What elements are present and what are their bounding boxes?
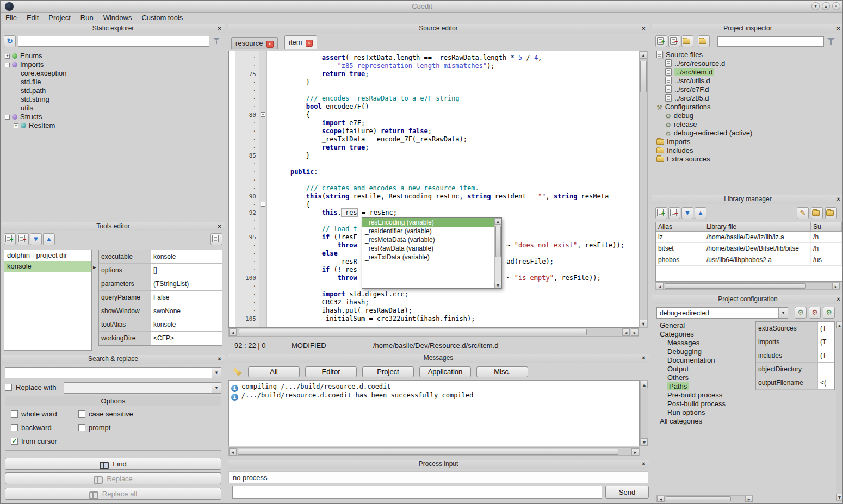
checkbox-case-sensitive[interactable] [78, 410, 85, 418]
tree-item[interactable]: Imports [654, 138, 841, 146]
library-folder-add-button[interactable] [825, 207, 837, 219]
tab-close-icon[interactable]: × [266, 41, 274, 48]
message-row[interactable]: icompiling /.../build/resource.d.coedit [229, 383, 639, 391]
scroll-up-icon[interactable]: ▲ [641, 381, 648, 388]
expander-icon[interactable]: + [14, 123, 18, 128]
scroll-down-icon[interactable]: ▼ [494, 282, 501, 288]
scroll-right-icon[interactable]: ▸ [832, 283, 840, 289]
code-line[interactable]: import e7F; [275, 119, 640, 127]
editor-tab-item[interactable]: item× [284, 35, 317, 49]
add-library-button[interactable] [655, 207, 667, 219]
property-value[interactable]: konsole [151, 250, 222, 263]
menu-item-windows[interactable]: Windows [98, 13, 137, 23]
tree-item[interactable]: Messages [656, 339, 747, 347]
refresh-button[interactable]: ↻ [4, 35, 16, 47]
close-icon[interactable]: × [216, 356, 223, 363]
scroll-left-icon[interactable]: ◂ [657, 496, 665, 502]
menu-item-edit[interactable]: Edit [22, 13, 44, 23]
tree-item[interactable]: ⚒Configurations [654, 103, 841, 111]
scroll-left-icon[interactable]: ◂ [229, 328, 237, 336]
tree-item[interactable]: ../src/resource.d [654, 59, 841, 68]
remove-tool-button[interactable] [17, 233, 29, 245]
add-configuration-button[interactable]: ⚙ [823, 307, 835, 319]
tree-item[interactable]: std.file [3, 78, 224, 86]
tree-item[interactable]: ../src/z85.d [654, 94, 841, 103]
property-row[interactable]: toolAliaskonsole [99, 318, 222, 332]
scroll-thumb[interactable] [665, 283, 806, 289]
property-value[interactable]: False [151, 291, 222, 304]
tree-item[interactable]: std.path [3, 86, 224, 95]
column-header[interactable]: Su [811, 222, 842, 231]
code-line[interactable]: "z85 representation length mismatches"); [275, 62, 640, 70]
editor-tab-resource[interactable]: resource× [231, 37, 278, 49]
code-line[interactable] [275, 176, 640, 184]
replace-term-combo[interactable]: ▾ [64, 382, 221, 394]
checkbox-from-cursor[interactable]: ✓ [11, 438, 18, 445]
scroll-up-icon[interactable]: ▲ [640, 51, 647, 59]
column-header[interactable]: Alias [656, 222, 704, 231]
completion-item[interactable]: _resEncoding (variable) [362, 218, 494, 227]
replace-button[interactable]: Replace [5, 472, 221, 484]
tree-item[interactable]: ⚙release [654, 120, 841, 129]
fold-collapse-icon[interactable]: − [261, 202, 265, 207]
tool-list-item[interactable]: konsole [4, 261, 91, 272]
filter-button-application[interactable]: Application [419, 366, 471, 377]
tree-item[interactable]: Others [656, 374, 747, 382]
open-folder-button[interactable] [698, 35, 710, 47]
filter-button-editor[interactable]: Editor [305, 366, 357, 377]
configuration-hscrollbar[interactable]: ◂ ▸ [656, 495, 753, 502]
chevron-down-icon[interactable]: ▾ [212, 368, 221, 378]
property-row[interactable]: objectDirectory [756, 363, 834, 376]
window-close-button[interactable]: × [832, 2, 840, 10]
code-line[interactable]: this._res = resEnc; [275, 209, 640, 217]
add-folder-button[interactable] [681, 35, 693, 47]
window-shade-button[interactable]: ▾ [811, 2, 820, 10]
tree-item[interactable]: General [656, 321, 747, 330]
scroll-up-icon[interactable]: ▲ [836, 322, 842, 328]
checkbox-prompt[interactable] [78, 424, 85, 431]
code-line[interactable]: } [275, 152, 640, 160]
scroll-right-icon[interactable]: ▸ [745, 496, 753, 502]
table-row[interactable]: iz/home/basile/Dev/Iz/lib/iz.a/h [656, 232, 842, 243]
line-number-gutter[interactable]: ··75····80····85····90·92··95····100····… [235, 51, 259, 327]
remove-library-button[interactable] [668, 207, 680, 219]
property-row[interactable]: parameters(TStringList) [99, 277, 222, 291]
column-header[interactable]: Library file [704, 222, 811, 231]
process-input-field[interactable] [232, 486, 602, 499]
menu-item-custom-tools[interactable]: Custom tools [137, 13, 188, 23]
bookmark-gutter[interactable] [229, 51, 235, 327]
close-icon[interactable]: × [835, 196, 842, 203]
tree-item[interactable]: ⚙debug-redirected (active) [654, 129, 841, 138]
scroll-thumb[interactable] [238, 449, 618, 455]
code-line[interactable]: scope(failure) return false; [275, 127, 640, 135]
find-button[interactable]: Find [5, 458, 221, 470]
code-line[interactable]: { [275, 111, 640, 119]
message-row[interactable]: i/.../build/resource.d.coedit has been s… [229, 391, 639, 400]
scroll-right-icon[interactable]: ▸ [631, 448, 639, 456]
property-value[interactable]: (TStringList) [151, 277, 222, 290]
fold-collapse-icon[interactable]: − [261, 112, 265, 117]
completion-item[interactable]: _resTxtData (variable) [362, 253, 494, 262]
tree-item[interactable]: −Structs [3, 113, 224, 121]
tree-item[interactable]: Post-build process [656, 400, 747, 408]
property-row[interactable]: showWindowswoNone [99, 304, 222, 318]
scroll-up-icon[interactable]: ▲ [494, 218, 501, 225]
tree-item[interactable]: Run options [656, 408, 747, 417]
tree-item[interactable]: ../src/e7F.d [654, 85, 841, 94]
tree-item[interactable]: core.exception [3, 69, 224, 78]
completion-item[interactable]: _resRawData (variable) [362, 244, 494, 253]
library-hscrollbar[interactable]: ◂ ▸ [655, 282, 840, 290]
code-line[interactable]: return true; [275, 144, 640, 152]
scroll-thumb[interactable] [640, 61, 647, 92]
tree-item[interactable]: +Enums [3, 52, 224, 60]
close-icon[interactable]: × [640, 354, 647, 362]
property-value[interactable]: <( [818, 376, 834, 389]
tree-item[interactable]: Output [656, 365, 747, 374]
property-row[interactable]: queryParameFalse [99, 291, 222, 304]
code-line[interactable] [275, 86, 640, 95]
replace-all-button[interactable]: Replace all [5, 488, 221, 500]
close-icon[interactable]: × [835, 25, 842, 32]
code-line[interactable]: ihash.put(_resRawData); [275, 307, 640, 315]
inspector-filter-input[interactable] [717, 36, 824, 47]
property-row[interactable]: workingDire<CFP> [99, 332, 222, 345]
